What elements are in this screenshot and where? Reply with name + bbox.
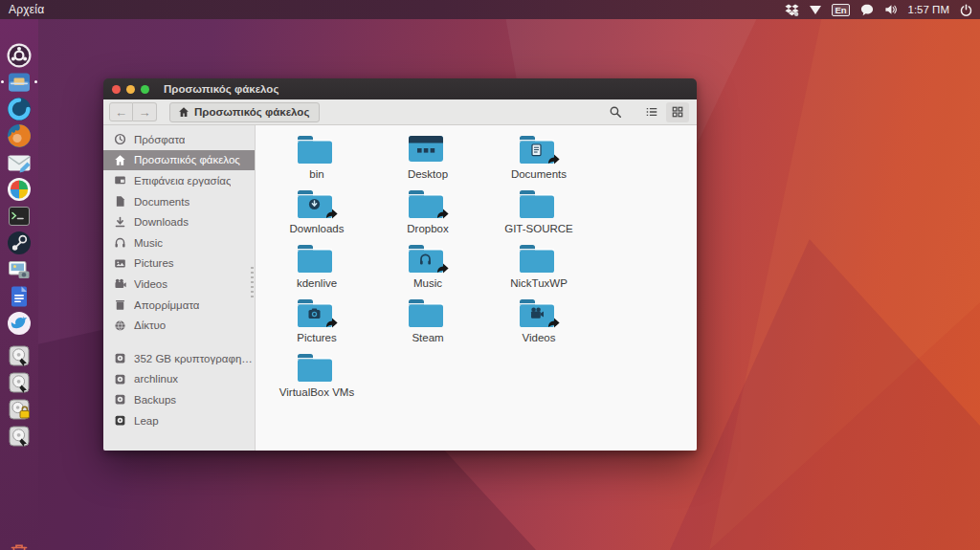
sidebar-item--[interactable]: Δίκτυο [103,315,255,336]
sidebar-item--[interactable]: Προσωπικός φάκελος [103,150,255,171]
sidebar-item--[interactable]: Απορρίμματα [103,295,255,316]
sidebar-item--[interactable]: Πρόσφατα [103,129,255,150]
office-document-icon [6,283,33,310]
list-view-button[interactable] [640,102,663,122]
drive-2-icon [6,369,33,396]
file-item-music[interactable]: Music [372,242,483,297]
clock-icon [114,133,126,145]
back-button[interactable]: ← [109,102,133,121]
mail-icon [6,149,33,176]
window-titlebar[interactable]: Προσωπικός φάκελος [103,78,697,99]
launcher-item-firefox[interactable] [6,122,33,149]
launcher-item-windows-apps[interactable] [6,176,33,203]
disk-icon [114,373,126,385]
launcher-item-web-browser[interactable] [6,96,33,122]
trash-icon [114,298,126,311]
launcher-item-office-document[interactable] [6,283,33,310]
file-label: VirtualBox VMs [279,386,354,398]
folder-icon [293,297,341,331]
breadcrumb[interactable]: Προσωπικός φάκελος [169,102,320,122]
sidebar-item-label: Videos [134,278,167,290]
launcher-item-drive-2[interactable] [6,369,33,396]
top-panel: Αρχεία En 1:57 ΠΜ [0,0,980,19]
file-browser-content[interactable]: binDesktopDocumentsDownloadsDropboxGIT-S… [256,125,697,451]
file-item-virtualbox-vms[interactable]: VirtualBox VMs [261,351,372,406]
launcher-item-drive-1[interactable] [6,342,33,369]
file-item-pictures[interactable]: Pictures [261,297,372,351]
network-icon[interactable] [810,6,821,14]
launcher-item-mail[interactable] [6,149,33,176]
file-item-videos[interactable]: Videos [483,297,594,351]
file-icon-wrap [515,242,563,276]
file-icon-wrap [404,242,452,276]
minimize-button[interactable] [126,85,135,94]
windows-apps-icon [6,176,33,203]
launcher-item-screenshot-tool[interactable] [6,256,33,283]
close-button[interactable] [112,85,121,94]
app-menu-title[interactable]: Αρχεία [9,3,44,16]
sidebar-item-downloads[interactable]: Downloads [103,211,255,232]
ubuntu-dash-icon [6,42,33,69]
launcher-item-drive-encrypted[interactable] [6,396,33,423]
file-icon-wrap [293,133,341,167]
sidebar-item-documents[interactable]: Documents [103,191,255,212]
launcher-item-corebird[interactable] [6,310,33,337]
maximize-button[interactable] [141,85,149,94]
messaging-icon[interactable] [860,4,874,16]
power-icon[interactable] [960,4,972,16]
picture-icon [114,257,126,270]
file-label: Videos [523,332,556,343]
file-item-bin[interactable]: bin [261,133,372,187]
disk-icon [114,352,126,364]
search-button[interactable] [604,102,627,122]
keyboard-layout-badge[interactable]: En [832,4,849,16]
launcher-item-ubuntu-dash[interactable] [6,42,33,69]
file-item-nicktuxwp[interactable]: NickTuxWP [483,242,594,297]
launcher-item-trash[interactable] [6,539,33,550]
launcher-item-steam[interactable] [6,230,33,256]
file-icon-wrap [404,187,452,222]
corebird-icon [6,310,33,337]
file-icon-wrap [404,133,452,167]
file-item-documents[interactable]: Documents [483,133,594,187]
sidebar-item-archlinux[interactable]: archlinux [103,369,255,390]
sidebar-item-label: Music [134,237,163,249]
desktop-icon [404,133,452,167]
file-item-dropbox[interactable]: Dropbox [372,187,483,242]
file-label: Desktop [408,168,448,180]
files-icon [6,69,33,96]
sidebar-item-352-gb-[interactable]: 352 GB κρυπτογραφη… [103,348,255,369]
launcher-item-files[interactable] [6,69,33,96]
launcher-item-drive-3[interactable] [6,423,33,450]
folder-icon [515,242,563,276]
file-item-desktop[interactable]: Desktop [372,133,483,187]
sidebar-item--[interactable]: Επιφάνεια εργασίας [103,170,255,191]
volume-icon[interactable] [884,4,898,15]
sidebar-item-leap[interactable]: Leap [103,410,255,431]
launcher-item-terminal[interactable] [6,203,33,230]
sidebar-item-pictures[interactable]: Pictures [103,253,255,275]
sidebar-item-label: Backups [134,394,176,406]
folder-icon [404,187,452,222]
sidebar-item-backups[interactable]: Backups [103,389,255,410]
sidebar-resize-handle[interactable] [251,267,254,299]
video-icon [114,277,126,290]
forward-button[interactable]: → [133,102,157,121]
file-icon-wrap [293,351,341,385]
folder-icon [293,187,341,222]
file-item-git-source[interactable]: GIT-SOURCE [483,187,594,242]
file-item-downloads[interactable]: Downloads [261,187,372,242]
sidebar-item-music[interactable]: Music [103,232,255,253]
running-indicator [1,80,4,83]
clock[interactable]: 1:57 ΠΜ [908,4,949,15]
grid-view-button[interactable] [666,102,689,122]
window-body: ΠρόσφαταΠροσωπικός φάκελοςΕπιφάνεια εργα… [103,125,697,451]
drive-1-icon [6,342,33,369]
file-item-kdenlive[interactable]: kdenlive [261,242,372,297]
wallpaper-facet [670,239,980,550]
dropbox-icon[interactable] [785,4,799,16]
sidebar-devices: 352 GB κρυπτογραφη…archlinuxBackupsLeap [103,348,255,430]
file-item-steam[interactable]: Steam [372,297,483,351]
drive-encrypted-icon [6,396,33,423]
sidebar-item-videos[interactable]: Videos [103,274,255,295]
